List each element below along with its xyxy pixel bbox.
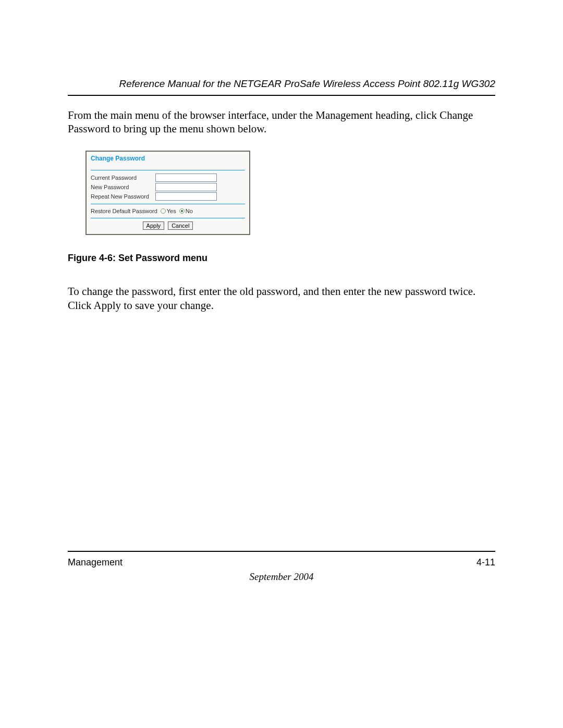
footer-date: September 2004 bbox=[68, 571, 495, 583]
repeat-password-label: Repeat New Password bbox=[91, 193, 155, 200]
panel-title: Change Password bbox=[91, 155, 245, 163]
page-footer: Management 4-11 bbox=[68, 557, 495, 568]
radio-icon bbox=[179, 208, 185, 214]
panel-divider-3 bbox=[91, 218, 245, 218]
radio-no-label: No bbox=[186, 207, 193, 215]
header-rule bbox=[68, 95, 495, 96]
panel-divider bbox=[91, 170, 245, 170]
repeat-password-row: Repeat New Password bbox=[91, 192, 245, 201]
restore-no-radio[interactable]: No bbox=[179, 207, 193, 215]
restore-default-label: Restore Default Password bbox=[91, 207, 157, 215]
new-password-row: New Password bbox=[91, 183, 245, 191]
footer-section: Management bbox=[68, 557, 123, 568]
new-password-label: New Password bbox=[91, 183, 155, 191]
panel-divider-2 bbox=[91, 204, 245, 204]
repeat-password-input[interactable] bbox=[155, 192, 217, 201]
restore-default-row: Restore Default Password Yes No bbox=[91, 207, 245, 215]
instruction-paragraph: To change the password, first enter the … bbox=[68, 285, 495, 312]
footer-page-number: 4-11 bbox=[476, 557, 495, 568]
current-password-label: Current Password bbox=[91, 174, 155, 181]
current-password-row: Current Password bbox=[91, 174, 245, 182]
button-bar: Apply Cancel bbox=[91, 221, 245, 230]
restore-yes-radio[interactable]: Yes bbox=[161, 207, 176, 215]
change-password-panel: Change Password Current Password New Pas… bbox=[85, 151, 250, 236]
cancel-button[interactable]: Cancel bbox=[168, 221, 193, 230]
figure-wrapper: Change Password Current Password New Pas… bbox=[85, 151, 495, 236]
radio-yes-label: Yes bbox=[167, 207, 176, 215]
page-spacer bbox=[68, 327, 495, 551]
figure-caption: Figure 4-6: Set Password menu bbox=[68, 253, 495, 264]
radio-icon bbox=[161, 208, 166, 214]
document-page: Reference Manual for the NETGEAR ProSafe… bbox=[0, 0, 563, 728]
current-password-input[interactable] bbox=[155, 174, 217, 182]
running-header: Reference Manual for the NETGEAR ProSafe… bbox=[68, 78, 495, 90]
intro-paragraph: From the main menu of the browser interf… bbox=[68, 108, 495, 136]
footer-rule bbox=[68, 551, 495, 552]
new-password-input[interactable] bbox=[155, 183, 217, 191]
apply-button[interactable]: Apply bbox=[143, 221, 165, 230]
